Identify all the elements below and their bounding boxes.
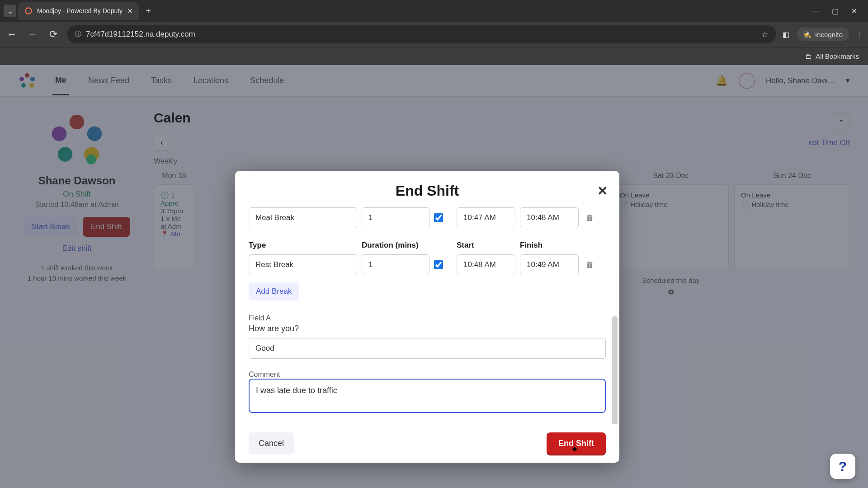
incognito-label: Incognito	[815, 31, 843, 38]
header-type: Type	[249, 241, 357, 250]
incognito-icon: 🕵	[803, 30, 811, 38]
forward-button[interactable]: →	[25, 28, 40, 40]
break-duration-input[interactable]	[362, 207, 429, 228]
new-tab-button[interactable]: +	[141, 4, 156, 18]
field-a-label: Field A	[249, 314, 606, 322]
break-start-input[interactable]	[457, 207, 515, 228]
break-finish-input[interactable]	[520, 254, 579, 275]
tab-favicon-icon	[24, 7, 33, 15]
window-maximize-icon[interactable]: ▢	[832, 7, 839, 15]
break-row: 🗑	[249, 254, 606, 275]
help-button[interactable]: ?	[830, 454, 855, 479]
site-info-icon[interactable]: ⓘ	[75, 30, 81, 38]
reload-button[interactable]: ⟳	[46, 28, 61, 40]
header-duration: Duration (mins)	[362, 241, 429, 250]
svg-point-0	[25, 8, 32, 14]
delete-break-icon[interactable]: 🗑	[583, 213, 597, 223]
break-type-select[interactable]	[249, 207, 357, 228]
break-finish-input[interactable]	[520, 207, 579, 228]
tab-title: Moodjoy - Powered By Deputy	[37, 7, 123, 14]
window-minimize-icon[interactable]: ―	[812, 7, 819, 15]
url-text: 7cf47d19112152.na.deputy.com	[86, 30, 195, 39]
break-headers: Type Duration (mins) Start Finish	[249, 241, 606, 250]
folder-icon: 🗀	[805, 52, 812, 60]
side-panel-icon[interactable]: ◧	[783, 30, 789, 39]
browser-menu-icon[interactable]: ⋮	[856, 30, 863, 39]
modal-close-button[interactable]: ✕	[597, 183, 608, 198]
tab-close-icon[interactable]: ✕	[127, 7, 133, 15]
incognito-badge: 🕵 Incognito	[797, 28, 849, 41]
field-a-input[interactable]	[249, 338, 606, 359]
field-a-question: How are you?	[249, 324, 606, 333]
comment-label: Comment	[249, 371, 606, 379]
window-close-icon[interactable]: ✕	[851, 7, 857, 15]
break-type-select[interactable]	[249, 254, 357, 275]
modal-title: End Shift	[249, 183, 606, 199]
modal-scrollbar[interactable]	[612, 316, 618, 424]
confirm-end-shift-button[interactable]: End Shift	[547, 432, 606, 455]
help-icon: ?	[839, 459, 847, 474]
break-checkbox[interactable]	[434, 260, 443, 269]
header-finish: Finish	[520, 241, 579, 250]
add-break-button[interactable]: Add Break	[249, 282, 299, 300]
header-start: Start	[457, 241, 515, 250]
all-bookmarks-link[interactable]: All Bookmarks	[816, 52, 859, 60]
break-duration-input[interactable]	[362, 254, 429, 275]
bookmark-star-icon[interactable]: ☆	[761, 30, 768, 39]
chevron-down-icon: ⌄	[7, 7, 13, 15]
back-button[interactable]: ←	[5, 28, 19, 40]
delete-break-icon[interactable]: 🗑	[583, 260, 597, 270]
address-bar[interactable]: ⓘ 7cf47d19112152.na.deputy.com ☆	[67, 25, 776, 43]
cancel-button[interactable]: Cancel	[249, 432, 294, 455]
tab-search-button[interactable]: ⌄	[4, 5, 16, 17]
break-checkbox[interactable]	[434, 213, 443, 222]
browser-tab[interactable]: Moodjoy - Powered By Deputy ✕	[18, 2, 139, 20]
end-shift-modal: End Shift ✕ 🗑 Type Duration (mins) Start…	[235, 171, 619, 463]
break-start-input[interactable]	[457, 254, 515, 275]
break-row: 🗑	[249, 207, 606, 228]
comment-textarea[interactable]	[249, 379, 606, 413]
